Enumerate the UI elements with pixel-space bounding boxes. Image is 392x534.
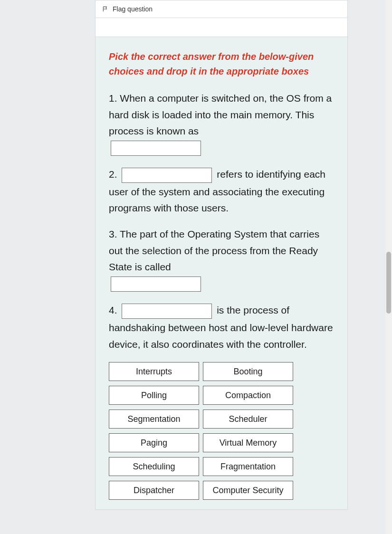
flag-question-bar[interactable]: Flag question [95, 0, 348, 18]
q4-pre: 4. [109, 305, 120, 315]
choice-scheduling[interactable]: Scheduling [109, 457, 199, 476]
choices-container: Interrupts Booting Polling Compaction Se… [109, 362, 299, 500]
question-3: 3. The part of the Operating System that… [109, 226, 334, 293]
question-1: 1. When a computer is switched on, the O… [109, 90, 334, 157]
choice-fragmentation[interactable]: Fragmentation [203, 457, 293, 476]
scrollbar-thumb[interactable] [386, 252, 391, 314]
choice-booting[interactable]: Booting [203, 362, 293, 381]
question-body: Pick the correct answer from the below-g… [95, 37, 348, 510]
dropzone-q2[interactable] [122, 168, 212, 183]
instruction-text: Pick the correct answer from the below-g… [109, 49, 334, 79]
choice-polling[interactable]: Polling [109, 386, 199, 405]
q1-text: 1. When a computer is switched on, the O… [109, 93, 332, 136]
question-2: 2. refers to identifying each user of th… [109, 166, 334, 217]
choice-paging[interactable]: Paging [109, 433, 199, 452]
flag-icon [102, 6, 109, 12]
flag-question-label: Flag question [113, 5, 153, 13]
dropzone-q1[interactable] [111, 141, 201, 156]
q2-pre: 2. [109, 169, 120, 180]
choice-segmentation[interactable]: Segmentation [109, 410, 199, 429]
dropzone-q3[interactable] [111, 277, 201, 292]
question-4: 4. is the process of handshaking between… [109, 302, 334, 353]
dropzone-q4[interactable] [122, 304, 212, 319]
choice-interrupts[interactable]: Interrupts [109, 362, 199, 381]
choice-dispatcher[interactable]: Dispatcher [109, 481, 199, 500]
choice-compaction[interactable]: Compaction [203, 386, 293, 405]
q3-text: 3. The part of the Operating System that… [109, 229, 319, 272]
scrollbar[interactable] [385, 0, 392, 534]
spacer [95, 18, 348, 37]
choice-virtual-memory[interactable]: Virtual Memory [203, 433, 293, 452]
choice-computer-security[interactable]: Computer Security [203, 481, 293, 500]
choice-scheduler[interactable]: Scheduler [203, 410, 293, 429]
